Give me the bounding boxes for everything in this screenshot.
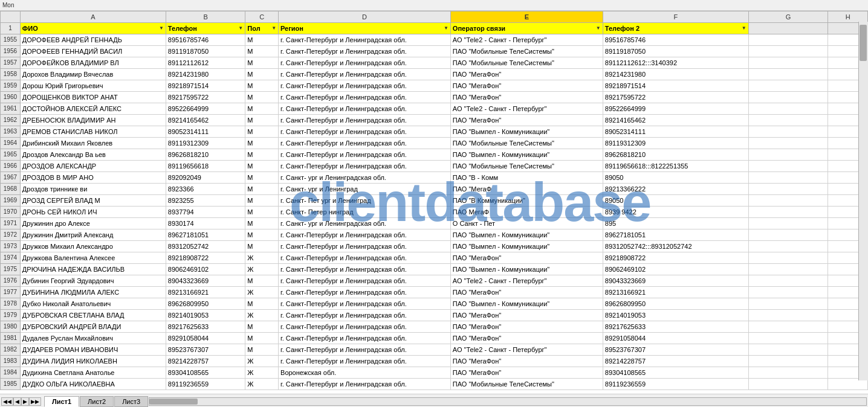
cell-operator[interactable]: ПАО "МегаФон" [450, 321, 603, 333]
cell-pol[interactable]: Ж [245, 264, 279, 275]
cell-region[interactable]: Воронежская обл. [279, 367, 451, 379]
header-pol[interactable]: Пол ▼ [245, 23, 279, 34]
cell-fio[interactable]: Дудихина Светлана Анатолье [20, 367, 166, 379]
cell-telefon2[interactable]: 89516785746 [603, 34, 748, 46]
cell-fio[interactable]: Дудалев Руслан Михайлович [20, 333, 166, 344]
cell-region[interactable]: г. Санкт-Петербург и Ленинградская обл. [279, 229, 451, 241]
cell-region[interactable]: г. Санкт- ург и Ленинградская обл. [279, 218, 451, 229]
cell-pol[interactable]: М [245, 161, 279, 172]
cell-fio[interactable]: ДОРОФЕЙКОВ ВЛАДИМИР ВЛ [20, 57, 166, 69]
cell-telefon[interactable]: 89119312309 [166, 138, 245, 149]
cell-telefon2[interactable]: 89043323669 [603, 275, 748, 287]
cell-g[interactable] [748, 275, 828, 287]
cell-fio[interactable]: ДОРОФЕЕВ АНДРЕЙ ГЕННАДЬ [20, 34, 166, 46]
cell-region[interactable]: г. Санкт-Петербург и Ленинградская обл. [279, 57, 451, 69]
cell-telefon[interactable]: 89217625633 [166, 321, 245, 333]
cell-pol[interactable]: Ж [245, 356, 279, 367]
cell-g[interactable] [748, 344, 828, 356]
cell-fio[interactable]: ДУДКО ОЛЬГА НИКОЛАЕВНА [20, 379, 166, 390]
cell-operator[interactable]: ПАО "В Коммуникации" [450, 195, 603, 207]
cell-operator[interactable]: АО "Теle2 - Санкт - Петербург" [450, 34, 603, 46]
header-telefon2[interactable]: Телефон 2 ▼ [603, 23, 748, 34]
table-row[interactable]: 1981Дудалев Руслан Михайлович89291058044… [1, 333, 868, 344]
col-header-d[interactable]: D [279, 11, 451, 23]
row-num[interactable]: 1956 [1, 46, 21, 57]
col-header-e[interactable]: E [450, 11, 603, 23]
cell-fio[interactable]: ДРОЗД СЕРГЕЙ ВЛАД М [20, 195, 166, 207]
cell-g[interactable] [748, 333, 828, 344]
row-num[interactable]: 1961 [1, 103, 21, 115]
row-num[interactable]: 1985 [1, 379, 21, 390]
row-num[interactable]: 1967 [1, 172, 21, 184]
nav-prev[interactable]: ◀ [13, 397, 21, 406]
table-row[interactable]: 1964Дрибинский Михаил Яковлев89119312309… [1, 138, 868, 149]
sheet-nav-arrows[interactable]: ◀◀ ◀ ▶ ▶▶ [1, 396, 41, 407]
row-num[interactable]: 1975 [1, 264, 21, 275]
cell-telefon[interactable]: 89119656618 [166, 161, 245, 172]
row-num[interactable]: 1978 [1, 298, 21, 310]
cell-g[interactable] [748, 356, 828, 367]
cell-telefon[interactable]: 89043323669 [166, 275, 245, 287]
cell-region[interactable]: г. Санкт-Петербург и Ленинградская обл. [279, 34, 451, 46]
cell-region[interactable]: г. Санкт-Петербург и Ленинградская обл. [279, 149, 451, 161]
cell-telefon[interactable]: 89213166921 [166, 287, 245, 298]
cell-pol[interactable]: М [245, 46, 279, 57]
cell-pol[interactable]: М [245, 103, 279, 115]
cell-region[interactable]: г. Санкт-Петербург и Ленинградская обл. [279, 161, 451, 172]
table-row[interactable]: 1973Дружков Михаил Александро89312052742… [1, 241, 868, 252]
cell-telefon[interactable]: 89523767307 [166, 344, 245, 356]
cell-pol[interactable]: Ж [245, 252, 279, 264]
cell-telefon[interactable]: 89312052742 [166, 241, 245, 252]
table-row[interactable]: 1963ДРЕМОВ СТАНИСЛАВ НИКОЛ89052314111Мг.… [1, 126, 868, 138]
cell-g[interactable] [748, 207, 828, 218]
cell-fio[interactable]: Дубинин Георгий Эдуардович [20, 275, 166, 287]
cell-region[interactable]: г. Санкт-Петербург и Ленинградская обл. [279, 287, 451, 298]
cell-pol[interactable]: М [245, 115, 279, 126]
cell-telefon[interactable]: 89052314111 [166, 126, 245, 138]
cell-pol[interactable]: М [245, 207, 279, 218]
cell-telefon[interactable]: 89291058044 [166, 333, 245, 344]
cell-operator[interactable]: О Санкт - Пет [450, 218, 603, 229]
cell-telefon2[interactable]: 89119312309 [603, 138, 748, 149]
cell-fio[interactable]: ДРЕМОВ СТАНИСЛАВ НИКОЛ [20, 126, 166, 138]
row-num[interactable]: 1984 [1, 367, 21, 379]
cell-pol[interactable]: М [245, 298, 279, 310]
cell-telefon[interactable]: 892092049 [166, 172, 245, 184]
row-num[interactable]: 1977 [1, 287, 21, 298]
cell-pol[interactable]: М [245, 92, 279, 103]
cell-telefon[interactable]: 89119187050 [166, 46, 245, 57]
cell-g[interactable] [748, 367, 828, 379]
cell-telefon[interactable]: 8923255 [166, 195, 245, 207]
cell-operator[interactable]: ПАО "Мобильные ТелеСистемы" [450, 379, 603, 390]
cell-g[interactable] [748, 184, 828, 195]
table-row[interactable]: 1980ДУБРОВСКИЙ АНДРЕЙ ВЛАДИ89217625633Мг… [1, 321, 868, 333]
cell-telefon2[interactable]: 89291058044 [603, 333, 748, 344]
filter-arrow-c[interactable]: ▼ [271, 24, 276, 33]
cell-fio[interactable]: ДУБРОВСКИЙ АНДРЕЙ ВЛАДИ [20, 321, 166, 333]
cell-region[interactable]: г. Санкт-Петербург и Ленинградская обл. [279, 298, 451, 310]
table-row[interactable]: 1984Дудихина Светлана Анатолье8930410856… [1, 367, 868, 379]
tab-sheet3[interactable]: Лист3 [114, 396, 148, 407]
cell-fio[interactable]: Дроздов Александр Ва ьев [20, 149, 166, 161]
cell-pol[interactable]: М [245, 229, 279, 241]
cell-fio[interactable]: ДУБРОВСКАЯ СВЕТЛАНА ВЛАД [20, 310, 166, 321]
cell-region[interactable]: г. Санкт-Петербург и Ленинградская обл. [279, 46, 451, 57]
cell-telefon2[interactable]: 89050 [603, 195, 748, 207]
cell-g[interactable] [748, 138, 828, 149]
cell-region[interactable]: г. Санкт-Петербург и Ленинградская обл. [279, 92, 451, 103]
tab-sheet1[interactable]: Лист1 [44, 396, 79, 407]
cell-pol[interactable]: М [245, 69, 279, 80]
cell-telefon[interactable]: 89218908722 [166, 252, 245, 264]
cell-g[interactable] [748, 287, 828, 298]
cell-g[interactable] [748, 229, 828, 241]
cell-operator[interactable]: ПАО "Мобильные ТелеСистемы" [450, 46, 603, 57]
cell-operator[interactable]: ПАО "МегаФон" [450, 356, 603, 367]
cell-telefon2[interactable]: 89214165462 [603, 115, 748, 126]
cell-telefon[interactable]: 8937794 [166, 207, 245, 218]
cell-telefon2[interactable]: 89119656618:::8122251355 [603, 161, 748, 172]
cell-pol[interactable]: М [245, 57, 279, 69]
cell-telefon[interactable]: 89214165462 [166, 115, 245, 126]
cell-telefon[interactable]: 89304108565 [166, 367, 245, 379]
table-row[interactable]: 1968Дроздов триннике ви8923366Мг. Санкт-… [1, 184, 868, 195]
cell-operator[interactable]: ПАО "Мобильные ТелеСистемы" [450, 138, 603, 149]
